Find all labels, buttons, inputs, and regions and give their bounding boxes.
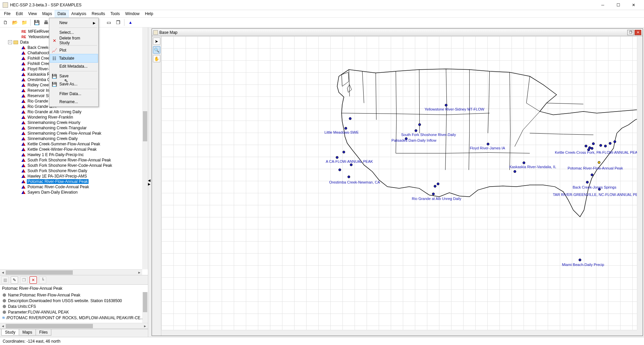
prop-row[interactable]: Data Units:CFS <box>1 303 147 309</box>
prop-row[interactable]: Parameter:FLOW-ANNUAL PEAK <box>1 309 147 315</box>
menu-edit-metadata[interactable]: Edit Metadata... <box>50 62 98 70</box>
map-title-bar[interactable]: Base Map ❐ ✕ <box>152 29 643 36</box>
menu-edit[interactable]: Edit <box>13 10 25 17</box>
map-station[interactable] <box>418 123 421 126</box>
props-collapse-button[interactable]: ▥ <box>1 276 9 284</box>
map-station[interactable] <box>437 183 439 185</box>
map-station[interactable]: Back Creek-Jones Springs <box>586 181 589 184</box>
map-canvas[interactable]: Yellowstone River-Sidney MT-FLOWLittle M… <box>161 36 637 330</box>
open-study-button[interactable]: 📂 <box>11 18 19 26</box>
plot-button[interactable]: ▲ <box>126 18 135 26</box>
menu-filter-data[interactable]: Filter Data... <box>50 90 98 98</box>
props-delete-button[interactable]: ✕ <box>30 276 37 284</box>
map-vertical-scrollbar[interactable] <box>637 36 643 330</box>
map-station[interactable] <box>585 145 587 147</box>
map-station[interactable] <box>350 163 353 166</box>
collapse-icon[interactable]: − <box>8 40 12 44</box>
tree-item[interactable]: Kettle Creek-Winter-Flow-Annual Peak <box>3 147 148 152</box>
tree-item[interactable]: Sinnemahoning Creek-Daily <box>3 136 148 141</box>
menu-tools[interactable]: Tools <box>108 10 122 17</box>
map-station[interactable] <box>599 144 602 147</box>
map-station[interactable]: Yellowstone River-Sidney MT-FLOW <box>445 104 447 107</box>
map-station[interactable]: Orestimba Creek-Newman, CA <box>347 176 350 178</box>
tree-horizontal-scrollbar[interactable]: ◄► <box>0 269 142 275</box>
close-study-button[interactable]: 📁 <box>20 18 28 26</box>
tree-item[interactable]: Sayers Dam-Daily Elevation <box>3 190 148 195</box>
menu-select[interactable]: Select... <box>50 28 98 37</box>
tree-item[interactable]: Potomac River-Code-Annual Peak <box>3 184 148 190</box>
props-copy-button[interactable]: ❐ <box>20 276 28 284</box>
map-station[interactable]: Kaskaskia River-Vandalia, IL <box>523 161 525 164</box>
menu-delete[interactable]: ✕Delete from Study <box>50 37 98 45</box>
map-station[interactable] <box>591 174 593 176</box>
menu-new[interactable]: New▶ <box>50 19 98 27</box>
map-station[interactable] <box>609 142 611 145</box>
map-station[interactable] <box>604 145 607 147</box>
menu-rename[interactable]: Rename... <box>50 98 98 106</box>
map-station[interactable]: South Fork Shoshone River-Daily <box>415 129 417 132</box>
map-station[interactable]: Floyd River-James IA <box>487 143 489 145</box>
window-button[interactable]: ▭ <box>105 18 113 26</box>
tree-item[interactable]: Sinnemahoning Creek-Flow-Annual Peak <box>3 131 148 136</box>
prop-row-dss[interactable]: ≋/POTOMAC RIVER/POINT OF ROCKS, MD/FLOW-… <box>1 315 147 321</box>
props-tree-button[interactable]: ┗ <box>39 276 46 284</box>
menu-view[interactable]: View <box>25 10 40 17</box>
map-close-button[interactable]: ✕ <box>635 30 641 35</box>
menu-analysis[interactable]: Analysis <box>69 10 89 17</box>
map-station[interactable] <box>613 140 616 143</box>
props-horizontal-scrollbar[interactable]: ◄► <box>0 323 148 329</box>
menu-help[interactable]: Help <box>142 10 156 17</box>
map-station[interactable] <box>434 185 436 188</box>
map-station[interactable] <box>342 151 345 153</box>
menu-results[interactable]: Results <box>89 10 108 17</box>
close-button[interactable]: ✕ <box>626 0 641 10</box>
map-station[interactable]: TAR RIVER-GREENVILLE, NC-FLOW-ANNUAL PEA… <box>598 188 601 191</box>
menu-maps[interactable]: Maps <box>40 10 55 17</box>
tree-item[interactable]: Hawley 1E PA-3DAY-Precip-AMS <box>3 174 148 179</box>
tree-item[interactable]: South Fork Shoshone River-Flow-Annual Pe… <box>3 157 148 163</box>
new-study-button[interactable]: 🗋 <box>1 18 9 26</box>
map-restore-button[interactable]: ❐ <box>627 30 634 35</box>
map-station[interactable]: Miami Beach-Daily Precip <box>579 259 581 261</box>
tree-item[interactable]: Sinnemahoning Creek-Triangular <box>3 125 148 131</box>
menu-window[interactable]: Window <box>122 10 142 17</box>
pointer-tool-button[interactable]: ➤ <box>153 38 160 45</box>
maximize-button[interactable]: ☐ <box>610 0 626 10</box>
tab-files[interactable]: Files <box>36 329 51 336</box>
menu-data[interactable]: Data <box>55 10 68 17</box>
tree-item[interactable]: Wondering River-Franklin <box>3 115 148 120</box>
map-station[interactable] <box>349 117 352 120</box>
zoom-tool-button[interactable]: 🔍 <box>153 46 160 54</box>
minimize-button[interactable]: ─ <box>595 0 610 10</box>
save-button[interactable]: 💾 <box>33 18 41 26</box>
map-station[interactable] <box>591 147 593 150</box>
map-station[interactable]: Palisades Dam-Daily Inflow <box>405 137 408 140</box>
tree-item[interactable]: Rio Grande at Alb Unreg Daily <box>3 109 148 115</box>
tree-item[interactable]: South Fork Shoshone River-Daily <box>3 168 148 174</box>
map-station[interactable] <box>338 168 341 171</box>
menu-file[interactable]: File <box>1 10 13 17</box>
map-horizontal-scrollbar[interactable] <box>161 330 637 336</box>
splitter-handle[interactable]: ◀▶ <box>148 29 150 336</box>
menu-plot[interactable]: 📈Plot <box>50 46 98 54</box>
props-vertical-scrollbar[interactable] <box>142 292 148 323</box>
map-station[interactable]: Rio Grande at Alb Unreg Daily <box>432 193 435 195</box>
map-station[interactable] <box>592 142 595 145</box>
tree-item[interactable]: Hawley 1 E PA-Daily-Precip-Inc <box>3 152 148 157</box>
menu-save[interactable]: 💾Save <box>50 72 98 80</box>
props-edit-button[interactable]: ✎ <box>11 276 18 284</box>
tree-vertical-scrollbar[interactable] <box>142 27 148 269</box>
tree-item[interactable]: Potomac River-Flow-Annual Peak <box>3 179 148 184</box>
tree-item[interactable]: South Fork Shoshone River-Code-Annual Pe… <box>3 163 148 168</box>
tab-maps[interactable]: Maps <box>19 329 36 336</box>
prop-row[interactable]: Description:Downloaded from USGS website… <box>1 298 147 303</box>
menu-save-as[interactable]: 💾Save As... <box>50 80 98 88</box>
cascade-button[interactable]: ❐ <box>114 18 122 26</box>
map-station[interactable] <box>514 170 516 173</box>
tab-study[interactable]: Study <box>1 329 19 336</box>
tree-item[interactable]: Kettle Creek-Summer-Flow-Annual Peak <box>3 141 148 147</box>
map-station[interactable]: A CA-FLOW-ANNUAL PEAK <box>336 156 338 159</box>
pan-tool-button[interactable]: ✋ <box>153 55 160 62</box>
prop-row[interactable]: Name:Potomac River-Flow-Annual Peak <box>1 292 147 298</box>
menu-tabulate[interactable]: ☷Tabulate <box>50 54 98 63</box>
